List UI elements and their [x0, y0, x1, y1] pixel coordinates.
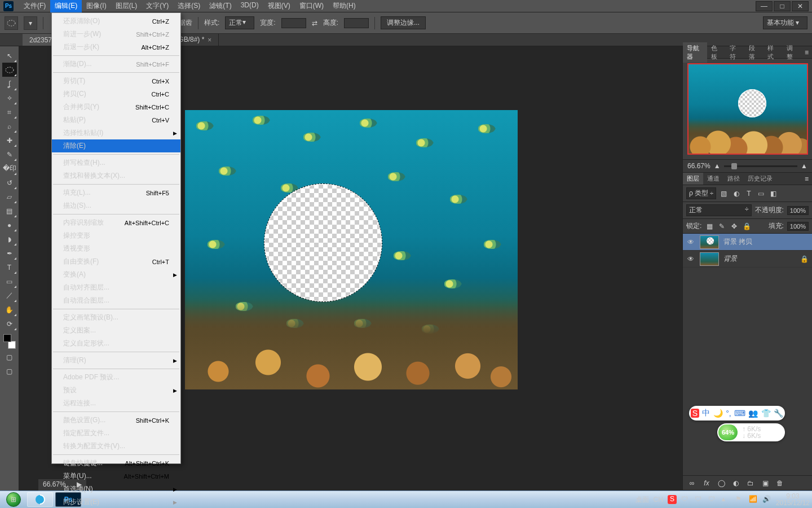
menu-文字[interactable]: 文字(Y) [142, 0, 173, 12]
brush-tool[interactable]: ✎ [2, 147, 17, 161]
refine-edge-button[interactable]: 调整边缘... [381, 16, 426, 29]
filter-pixel-icon[interactable]: ▧ [720, 189, 729, 198]
lock-transparent-icon[interactable]: ▦ [705, 222, 714, 231]
menu-item-首选项N[interactable]: 首选项(N) [52, 483, 180, 496]
panel-menu-icon[interactable]: ≡ [801, 175, 812, 183]
navigator-zoom-slider[interactable] [724, 165, 798, 167]
menu-item-指定配置文件[interactable]: 指定配置文件... [52, 427, 180, 440]
sogou-item-2[interactable]: 🌙 [713, 409, 723, 418]
tray-sogou-icon[interactable]: S [668, 495, 677, 504]
elliptical-marquee-tool[interactable] [2, 63, 17, 77]
tray-clock[interactable]: 9:03 2015/12/12 [776, 493, 810, 506]
filter-smart-icon[interactable]: ◧ [769, 189, 778, 198]
lock-position-icon[interactable]: ✥ [730, 222, 739, 231]
lasso-tool[interactable]: ʆ [2, 77, 17, 91]
menu-3d[interactable]: 3D(D) [236, 0, 263, 12]
panel-tab-路径[interactable]: 路径 [723, 173, 744, 185]
panel-menu-icon[interactable]: ≡ [801, 49, 812, 56]
sogou-item-0[interactable]: S [691, 409, 699, 418]
panel-tab-历史记录[interactable]: 历史记录 [744, 173, 776, 185]
menu-item-清除E[interactable]: 清除(E) [52, 139, 180, 152]
layer-fx-icon[interactable]: fx [702, 479, 711, 488]
hand-tool[interactable]: ✋ [2, 303, 17, 317]
link-wh-icon[interactable]: ⇄ [312, 19, 317, 27]
new-layer-icon[interactable]: ▣ [761, 479, 770, 488]
layer-thumbnail[interactable] [700, 235, 719, 249]
screenmode-icon[interactable]: ▢ [2, 364, 17, 378]
menu-item-自由变换F[interactable]: 自由变换(F)Ctrl+T [52, 255, 180, 268]
close-button[interactable]: ✕ [792, 1, 809, 11]
navigator-thumbnail[interactable] [687, 63, 808, 155]
panel-tab-通道[interactable]: 通道 [703, 173, 723, 185]
panel-tab-色板[interactable]: 色板 [707, 42, 726, 63]
tray-network-icon[interactable]: 📶 [749, 495, 758, 504]
tray-desktop-label[interactable]: 桌面 [636, 495, 649, 505]
menu-选择[interactable]: 选择(S) [173, 0, 205, 12]
tray-volume-icon[interactable]: 🔊 [762, 495, 771, 504]
line-tool[interactable]: ／ [2, 288, 17, 303]
menu-item-操控变形[interactable]: 操控变形 [52, 229, 180, 242]
menu-item-转换为配置文件V[interactable]: 转换为配置文件(V)... [52, 440, 180, 453]
menu-item-键盘快捷键[interactable]: 键盘快捷键...Alt+Shift+Ctrl+K [52, 457, 180, 470]
menu-item-拷贝C[interactable]: 拷贝(C)Ctrl+C [52, 87, 180, 100]
group-icon[interactable]: 🗀 [746, 479, 755, 488]
panel-tab-图层[interactable]: 图层 [683, 173, 703, 185]
panel-tab-段落[interactable]: 段落 [745, 42, 764, 63]
lock-all-icon[interactable]: 🔒 [742, 222, 751, 231]
type-tool[interactable]: T [2, 260, 17, 274]
menu-item-后退一步K[interactable]: 后退一步(K)Alt+Ctrl+Z [52, 41, 180, 54]
visibility-icon[interactable]: 👁 [686, 255, 695, 263]
visibility-icon[interactable]: 👁 [686, 238, 695, 246]
menu-滤镜[interactable]: 滤镜(T) [205, 0, 236, 12]
navigator-zoom-value[interactable]: 66.67% [687, 162, 710, 170]
sogou-ime-bar[interactable]: S中🌙°,⌨👥👕🔧 [689, 406, 785, 421]
layer-mask-icon[interactable]: ◯ [717, 479, 726, 488]
style-select[interactable]: 正常 ▾ [225, 16, 254, 29]
layer-name[interactable]: 背景 [723, 254, 737, 264]
network-monitor-widget[interactable]: 64% ↑ 6K/s ↓ 6K/s [717, 423, 785, 441]
history-brush-tool[interactable]: ↺ [2, 176, 17, 190]
clone-stamp-tool[interactable]: �印 [2, 161, 17, 176]
zoom-out-icon[interactable]: ▲ [714, 162, 721, 170]
adjustment-layer-icon[interactable]: ◐ [731, 479, 740, 488]
tool-preset-picker[interactable]: ▾ [24, 16, 37, 30]
tray-ime[interactable]: CH [654, 496, 663, 503]
fill-value[interactable]: 100% [787, 222, 809, 231]
menu-图层[interactable]: 图层(L) [111, 0, 142, 12]
sogou-item-3[interactable]: °, [726, 409, 731, 418]
active-tool-icon[interactable] [5, 16, 18, 30]
sogou-item-1[interactable]: 中 [702, 408, 710, 418]
sogou-item-5[interactable]: 👥 [748, 409, 758, 418]
delete-layer-icon[interactable]: 🗑 [775, 479, 784, 488]
sogou-item-4[interactable]: ⌨ [734, 409, 745, 418]
healing-brush-tool[interactable]: ✚ [2, 133, 17, 147]
eraser-tool[interactable]: ▱ [2, 190, 17, 204]
menu-item-选择性粘贴I[interactable]: 选择性粘贴(I) [52, 126, 180, 139]
minimize-button[interactable]: — [756, 1, 773, 11]
document-canvas[interactable] [185, 110, 518, 389]
magic-wand-tool[interactable]: ✧ [2, 91, 17, 105]
filter-type-icon[interactable]: T [744, 189, 753, 198]
menu-item-合并拷贝Y[interactable]: 合并拷贝(Y)Shift+Ctrl+C [52, 100, 180, 113]
tab-close-icon[interactable]: × [208, 36, 211, 44]
sogou-item-7[interactable]: 🔧 [774, 409, 783, 418]
tray-safe-icon[interactable]: 🛡 [681, 495, 690, 504]
height-input[interactable] [344, 18, 369, 28]
blend-mode-select[interactable]: 正常 ÷ [686, 204, 752, 216]
menu-item-变换A[interactable]: 变换(A) [52, 268, 180, 281]
opacity-value[interactable]: 100% [787, 206, 809, 215]
menu-窗口[interactable]: 窗口(W) [295, 0, 328, 12]
panel-tab-字符[interactable]: 字符 [726, 42, 744, 63]
menu-item-颜色设置G[interactable]: 颜色设置(G)...Shift+Ctrl+K [52, 414, 180, 427]
layer-thumbnail[interactable] [700, 252, 719, 266]
move-tool[interactable]: ↖ [2, 49, 17, 63]
menu-item-粘贴P[interactable]: 粘贴(P)Ctrl+V [52, 113, 180, 126]
tray-safe2-icon[interactable]: 🛡 [695, 495, 704, 504]
menu-item-菜单U[interactable]: 菜单(U)...Alt+Shift+Ctrl+M [52, 470, 180, 483]
start-button[interactable]: ⊞ [2, 492, 25, 507]
panel-tab-导航器[interactable]: 导航器 [683, 42, 707, 63]
menu-item-定义画笔预设B[interactable]: 定义画笔预设(B)... [52, 311, 180, 324]
filter-kind-select[interactable]: ρ 类型 ÷ [686, 187, 716, 199]
tray-chevron-icon[interactable]: ▴ [722, 495, 731, 504]
workspace-switcher[interactable]: 基本功能 ▾ [763, 16, 807, 29]
